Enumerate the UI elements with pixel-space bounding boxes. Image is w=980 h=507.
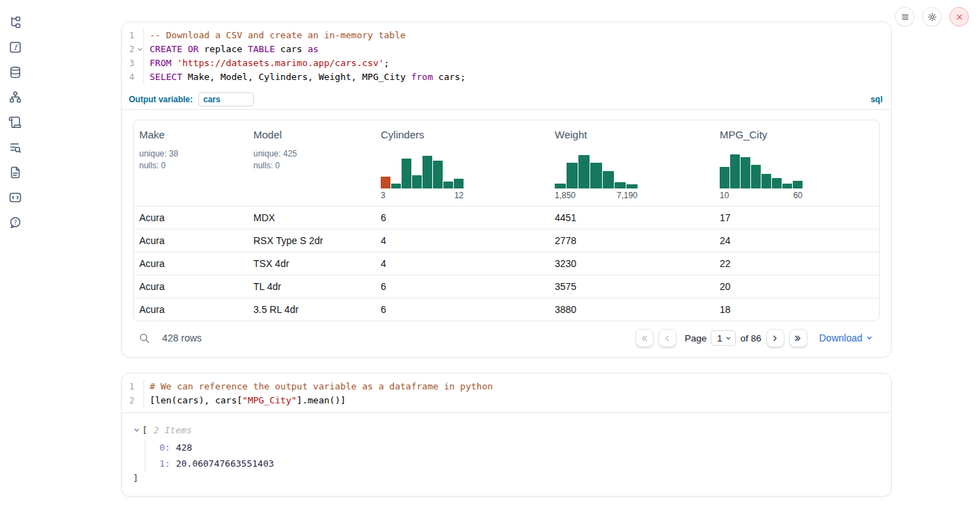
- code-token: # We can reference the output variable a…: [150, 381, 493, 392]
- collapse-chevron-icon[interactable]: [133, 426, 141, 434]
- histogram-bar[interactable]: [412, 175, 422, 188]
- download-button[interactable]: Download: [819, 332, 873, 344]
- histogram-bar[interactable]: [626, 184, 638, 188]
- close-x-icon: [954, 12, 965, 22]
- code-line: 1# We can reference the output variable …: [122, 380, 891, 394]
- column-name: MPG_City: [720, 129, 874, 140]
- column-header-weight[interactable]: Weight1,8507,190: [549, 120, 714, 206]
- column-header-cylinders[interactable]: Cylinders312: [375, 120, 549, 206]
- sidebar-item-snippets[interactable]: [6, 188, 25, 207]
- page-select[interactable]: 1: [711, 330, 736, 346]
- line-number: 2: [122, 42, 143, 56]
- code-text[interactable]: SELECT Make, Model, Cylinders, Weight, M…: [143, 70, 891, 84]
- column-name: Cylinders: [381, 129, 544, 140]
- fold-chevron-icon[interactable]: [136, 46, 143, 53]
- code-token: as: [308, 44, 319, 54]
- histogram-bar[interactable]: [402, 159, 411, 188]
- search-icon[interactable]: [139, 332, 150, 344]
- code-text[interactable]: CREATE OR replace TABLE cars as: [143, 42, 891, 56]
- menu-icon: [900, 12, 910, 22]
- histogram-bar[interactable]: [720, 167, 729, 188]
- histogram-bar[interactable]: [381, 177, 390, 188]
- language-badge[interactable]: sql: [871, 95, 883, 104]
- sidebar-item-documentation[interactable]: [6, 163, 25, 182]
- histogram-bar[interactable]: [433, 161, 443, 188]
- axis-max-label: 7,190: [617, 191, 638, 200]
- stat-line: nulls: 0: [253, 160, 370, 172]
- chevrons-left-icon: [640, 334, 649, 343]
- histogram-bar[interactable]: [567, 163, 578, 188]
- sidebar-item-scratchpad[interactable]: [6, 113, 25, 132]
- table-cell: TSX 4dr: [248, 258, 375, 269]
- prev-page-button[interactable]: [658, 329, 677, 347]
- sidebar-item-dependency-graph[interactable]: [6, 88, 25, 107]
- histogram-bar[interactable]: [454, 179, 464, 188]
- code-text[interactable]: FROM 'https://datasets.marimo.app/cars.c…: [143, 56, 891, 70]
- histogram-bar[interactable]: [782, 184, 792, 188]
- page-label: Page: [685, 333, 707, 344]
- code-text[interactable]: -- Download a CSV and create an in-memor…: [143, 29, 891, 42]
- histogram-bar[interactable]: [741, 157, 750, 188]
- sidebar-item-file-tree[interactable]: [6, 13, 25, 32]
- code-token: Make, Model, Cylinders, Weight, MPG_City: [182, 72, 411, 82]
- stat-line: unique: 38: [139, 148, 242, 160]
- table-row: AcuraMDX6445117: [134, 206, 879, 229]
- next-page-button[interactable]: [766, 329, 784, 347]
- settings-button[interactable]: [922, 7, 942, 26]
- table-cell: 22: [714, 258, 879, 269]
- histogram-bar[interactable]: [761, 174, 771, 188]
- histogram-bar[interactable]: [391, 184, 401, 188]
- tree-entry-key: 0:: [159, 442, 171, 453]
- sidebar-item-logs[interactable]: [6, 138, 25, 157]
- output-variable-label: Output variable:: [129, 95, 193, 104]
- code-line: 4SELECT Make, Model, Cylinders, Weight, …: [122, 70, 891, 84]
- histogram-bar[interactable]: [578, 155, 590, 188]
- table-row: AcuraTL 4dr6357520: [134, 275, 879, 298]
- first-page-button[interactable]: [635, 329, 654, 347]
- last-page-button[interactable]: [789, 329, 807, 347]
- table-row: AcuraTSX 4dr4323022: [134, 252, 879, 275]
- datasources-icon: [8, 65, 22, 79]
- sidebar-item-variables[interactable]: f: [6, 38, 25, 57]
- histogram-bar[interactable]: [590, 163, 601, 188]
- histogram-bar[interactable]: [793, 181, 803, 188]
- code-text[interactable]: [len(cars), cars["MPG_City"].mean()]: [143, 394, 891, 408]
- svg-text:?: ?: [13, 218, 17, 226]
- histogram-bar[interactable]: [555, 184, 566, 188]
- notebook-menu-button[interactable]: [895, 7, 915, 26]
- sidebar-item-help[interactable]: ?: [6, 213, 25, 232]
- histogram-bar[interactable]: [603, 171, 614, 188]
- column-header-model[interactable]: Modelunique: 425nulls: 0: [248, 120, 375, 206]
- table-cell: 20: [714, 281, 879, 292]
- axis-max-label: 60: [793, 191, 803, 200]
- file-tree-icon: [8, 15, 22, 29]
- output-variable-input[interactable]: [198, 92, 254, 106]
- sidebar-item-datasources[interactable]: [6, 63, 25, 82]
- table-cell: Acura: [134, 212, 248, 223]
- histogram-bar[interactable]: [422, 156, 432, 188]
- histogram-axis: 1060: [720, 191, 803, 200]
- stat-line: nulls: 0: [139, 160, 242, 172]
- code-line: 1-- Download a CSV and create an in-memo…: [122, 29, 891, 42]
- histogram-bar[interactable]: [751, 165, 761, 188]
- histogram-bar[interactable]: [772, 178, 782, 188]
- code-token: 'https://datasets.marimo.app/cars.csv': [177, 58, 384, 68]
- table-body: AcuraMDX6445117AcuraRSX Type S 2dr427782…: [134, 206, 879, 321]
- code-line: 2CREATE OR replace TABLE cars as: [122, 42, 891, 56]
- code-text[interactable]: # We can reference the output variable a…: [143, 380, 891, 394]
- histogram: [720, 152, 803, 188]
- histogram: [381, 152, 464, 188]
- scratchpad-icon: [8, 115, 22, 129]
- column-header-make[interactable]: Makeunique: 38nulls: 0: [134, 120, 248, 206]
- histogram-bar[interactable]: [443, 182, 453, 188]
- column-header-mpg_city[interactable]: MPG_City1060: [714, 120, 879, 206]
- table-cell: Acura: [134, 235, 248, 246]
- python-code-editor[interactable]: 1# We can reference the output variable …: [122, 373, 891, 413]
- sql-code-editor[interactable]: 1-- Download a CSV and create an in-memo…: [122, 22, 891, 89]
- histogram-bar[interactable]: [730, 154, 740, 188]
- table-cell: 3230: [549, 258, 714, 269]
- histogram-bar[interactable]: [615, 182, 626, 188]
- code-token: ;: [384, 58, 390, 68]
- table-cell: 3575: [549, 281, 714, 292]
- shutdown-button[interactable]: [949, 7, 969, 26]
